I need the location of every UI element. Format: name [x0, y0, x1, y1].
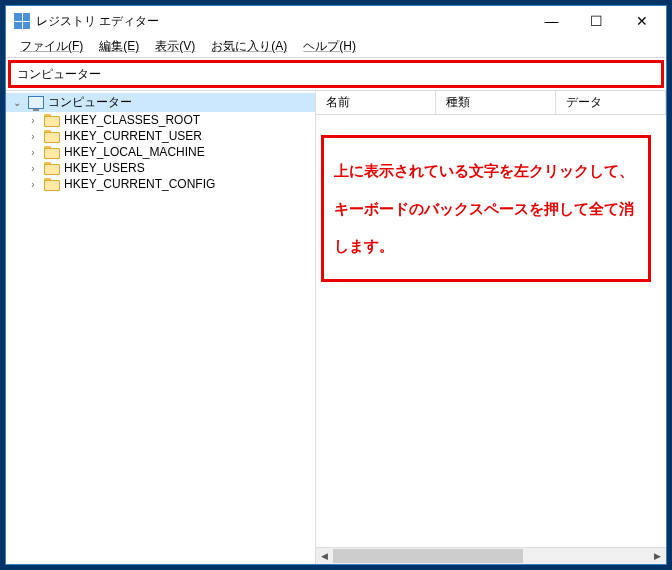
list-body[interactable]: 上に表示されている文字を左クリックして、キーボードのバックスペースを押して全て消… [316, 115, 666, 547]
tree-item-label: HKEY_LOCAL_MACHINE [64, 145, 205, 159]
main-area: ⌄ コンピューター › HKEY_CLASSES_ROOT › HKEY_CUR… [6, 90, 666, 564]
tree-root[interactable]: ⌄ コンピューター [6, 93, 315, 112]
tree-item-label: HKEY_CURRENT_USER [64, 129, 202, 143]
menu-help[interactable]: ヘルプ(H) [295, 36, 364, 57]
menu-favorites[interactable]: お気に入り(A) [203, 36, 295, 57]
maximize-button[interactable]: ☐ [574, 7, 619, 35]
titlebar[interactable]: レジストリ エディター — ☐ ✕ [6, 6, 666, 36]
scroll-left-button[interactable]: ◀ [316, 548, 333, 564]
menubar: ファイル(F) 編集(E) 表示(V) お気に入り(A) ヘルプ(H) [6, 36, 666, 58]
folder-icon [44, 162, 60, 175]
expand-icon[interactable]: › [26, 115, 40, 126]
app-icon [14, 13, 30, 29]
address-input[interactable] [11, 63, 661, 85]
window-controls: — ☐ ✕ [529, 7, 664, 35]
column-headers: 名前 種類 データ [316, 91, 666, 115]
tree-item-hklm[interactable]: › HKEY_LOCAL_MACHINE [6, 144, 315, 160]
column-name[interactable]: 名前 [316, 91, 436, 114]
tree-item-hku[interactable]: › HKEY_USERS [6, 160, 315, 176]
tree-item-hkcc[interactable]: › HKEY_CURRENT_CONFIG [6, 176, 315, 192]
menu-file[interactable]: ファイル(F) [12, 36, 91, 57]
tree-root-label: コンピューター [48, 94, 132, 111]
list-panel: 名前 種類 データ 上に表示されている文字を左クリックして、キーボードのバックス… [316, 91, 666, 564]
menu-edit[interactable]: 編集(E) [91, 36, 147, 57]
folder-icon [44, 178, 60, 191]
minimize-button[interactable]: — [529, 7, 574, 35]
expand-icon[interactable]: › [26, 131, 40, 142]
annotation-callout: 上に表示されている文字を左クリックして、キーボードのバックスペースを押して全て消… [321, 135, 651, 282]
window-title: レジストリ エディター [36, 13, 529, 30]
column-data[interactable]: データ [556, 91, 666, 114]
expand-icon[interactable]: › [26, 163, 40, 174]
close-button[interactable]: ✕ [619, 7, 664, 35]
column-type[interactable]: 種類 [436, 91, 556, 114]
menu-view[interactable]: 表示(V) [147, 36, 203, 57]
expand-icon[interactable]: › [26, 179, 40, 190]
registry-editor-window: レジストリ エディター — ☐ ✕ ファイル(F) 編集(E) 表示(V) お気… [5, 5, 667, 565]
tree-item-label: HKEY_CURRENT_CONFIG [64, 177, 215, 191]
expand-icon[interactable]: › [26, 147, 40, 158]
tree-item-label: HKEY_CLASSES_ROOT [64, 113, 200, 127]
tree-item-label: HKEY_USERS [64, 161, 145, 175]
collapse-icon[interactable]: ⌄ [10, 97, 24, 108]
scroll-right-button[interactable]: ▶ [649, 548, 666, 564]
tree-item-hkcr[interactable]: › HKEY_CLASSES_ROOT [6, 112, 315, 128]
scroll-track[interactable] [333, 548, 649, 564]
folder-icon [44, 114, 60, 127]
folder-icon [44, 130, 60, 143]
scroll-thumb[interactable] [333, 549, 523, 563]
address-bar-highlight [8, 60, 664, 88]
computer-icon [28, 96, 44, 109]
tree-item-hkcu[interactable]: › HKEY_CURRENT_USER [6, 128, 315, 144]
folder-icon [44, 146, 60, 159]
horizontal-scrollbar[interactable]: ◀ ▶ [316, 547, 666, 564]
tree-panel[interactable]: ⌄ コンピューター › HKEY_CLASSES_ROOT › HKEY_CUR… [6, 91, 316, 564]
